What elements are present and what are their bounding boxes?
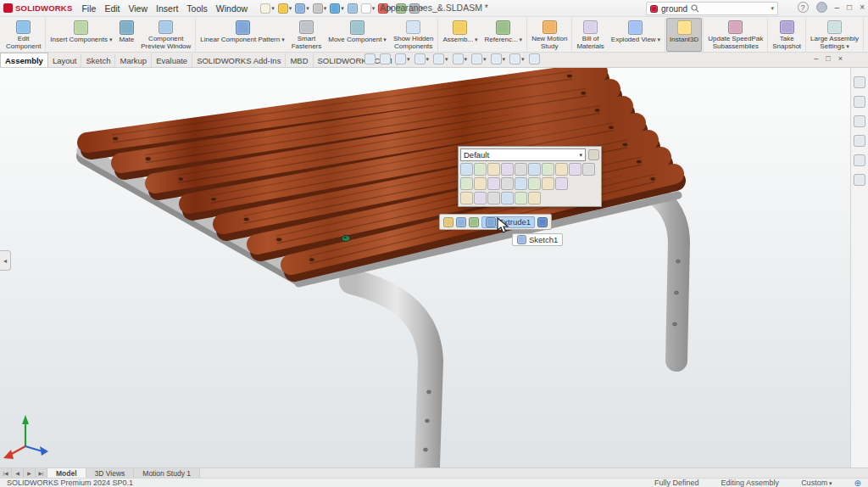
edit-appearance-button[interactable]: ▾ <box>491 53 506 64</box>
properties-icon[interactable] <box>528 192 541 204</box>
search-icon[interactable] <box>691 4 699 13</box>
zoom-fit-button[interactable] <box>364 53 376 64</box>
open-part-icon[interactable] <box>460 163 473 176</box>
file-explorer-icon[interactable] <box>854 115 865 127</box>
pattern-icon[interactable] <box>515 192 527 204</box>
new-motion-study-button[interactable]: New MotionStudy <box>528 18 570 52</box>
solidworks-resources-icon[interactable] <box>854 76 865 88</box>
help-button[interactable]: ? <box>798 2 809 13</box>
save-button[interactable]: ▾ <box>295 3 309 14</box>
isolate-icon[interactable] <box>569 163 581 176</box>
change-transparency-icon[interactable] <box>487 192 500 204</box>
appearances-scenes-icon[interactable] <box>854 154 865 166</box>
comment-bubble-icon[interactable] <box>501 177 514 190</box>
graphics-area[interactable] <box>0 68 868 467</box>
insert-component-icon[interactable] <box>501 163 514 176</box>
fix-icon[interactable] <box>542 163 554 176</box>
appearance-icon[interactable] <box>555 163 568 176</box>
sheet-nav-1[interactable]: ◀ <box>12 468 24 478</box>
mate-button[interactable]: Mate <box>115 18 137 52</box>
menu-view[interactable]: View <box>124 3 152 14</box>
assembly-model[interactable] <box>0 68 868 467</box>
hide-component-icon[interactable] <box>460 177 473 190</box>
suppress-icon[interactable] <box>474 177 487 190</box>
redo-button[interactable] <box>348 3 358 14</box>
take-snapshot-button[interactable]: TakeSnapshot <box>769 18 804 52</box>
search-input[interactable]: ground <box>661 4 687 14</box>
body-icon[interactable] <box>469 217 479 227</box>
measure-icon[interactable] <box>515 163 527 176</box>
insert-components-button[interactable]: Insert Components ▾ <box>47 18 115 52</box>
hide-show-items-button[interactable]: ▾ <box>471 53 487 64</box>
tab-markup[interactable]: Markup <box>115 53 152 67</box>
zoom-area-button[interactable] <box>380 53 391 64</box>
doc-close-button[interactable]: × <box>838 54 843 63</box>
pin-icon[interactable] <box>588 149 599 160</box>
feature-tree-collapse-tab[interactable] <box>0 250 11 271</box>
tab-layout[interactable]: Layout <box>48 53 82 67</box>
edit-part-icon[interactable] <box>474 163 487 176</box>
zoom-to-selection-icon[interactable] <box>460 192 473 204</box>
show-hidden-components-button[interactable]: Show HiddenComponents <box>390 18 437 52</box>
view-orientation-button[interactable]: ▾ <box>433 53 448 64</box>
assembly-features-button[interactable]: Assemb... ▾ <box>439 18 481 52</box>
sheet-nav-2[interactable]: ▶ <box>24 468 36 478</box>
tab-solidworks-add-ins[interactable]: SOLIDWORKS Add-Ins <box>192 53 286 67</box>
edit-sketch-icon[interactable] <box>537 217 548 227</box>
tab-evaluate[interactable]: Evaluate <box>152 53 192 67</box>
component-preview-window-button[interactable]: ComponentPreview Window <box>137 18 194 52</box>
minimize-button[interactable]: – <box>835 3 840 12</box>
menu-file[interactable]: File <box>77 3 100 14</box>
bottom-tab-motion-study-1[interactable]: Motion Study 1 <box>134 468 200 478</box>
edit-component-button[interactable]: EditComponent <box>3 18 44 52</box>
normal-to-icon[interactable] <box>542 177 554 190</box>
view-settings-button[interactable]: ▾ <box>509 53 525 64</box>
linear-component-pattern-button[interactable]: Linear Component Pattern ▾ <box>197 18 287 52</box>
search-box[interactable]: ground <box>646 2 778 15</box>
tab-mbd[interactable]: MBD <box>286 53 313 67</box>
status-custom[interactable]: Custom ▾ <box>801 479 832 487</box>
assembly-icon[interactable] <box>443 217 453 227</box>
part-icon[interactable] <box>456 217 466 227</box>
comment-button[interactable] <box>529 53 540 64</box>
view-palette-icon[interactable] <box>854 135 865 147</box>
instant3d-button[interactable]: Instant3D <box>666 18 702 52</box>
bottom-tab-model[interactable]: Model <box>47 468 86 478</box>
select-button[interactable]: ▾ <box>361 3 376 14</box>
tab-sketch[interactable]: Sketch <box>81 53 115 67</box>
user-avatar-icon[interactable] <box>816 2 827 13</box>
move-component-button[interactable]: Move Component ▾ <box>325 18 390 52</box>
material-icon[interactable] <box>515 177 527 190</box>
bill-of-materials-button[interactable]: Bill ofMaterials <box>573 18 607 52</box>
sketch-callout[interactable]: Sketch1 <box>512 233 563 246</box>
update-speedpak-button[interactable]: Update SpeedPakSubassemblies <box>704 18 766 52</box>
undo-button[interactable]: ▾ <box>330 3 344 14</box>
menu-insert[interactable]: Insert <box>152 3 182 14</box>
section-view-button[interactable]: ▾ <box>415 53 430 64</box>
previous-view-button[interactable]: ▾ <box>395 53 410 64</box>
open-file-button[interactable]: ▾ <box>278 3 292 14</box>
smart-dimension-icon[interactable] <box>528 163 541 176</box>
reference-geometry-button[interactable]: Referenc... ▾ <box>481 18 526 52</box>
doc-restore-button[interactable]: □ <box>826 54 830 63</box>
bottom-tab-3d-views[interactable]: 3D Views <box>86 468 135 478</box>
custom-properties-icon[interactable] <box>854 174 865 186</box>
delete-icon[interactable] <box>474 192 487 204</box>
maximize-button[interactable]: □ <box>847 3 852 12</box>
new-file-button[interactable]: ▾ <box>260 3 275 14</box>
section-context-icon[interactable] <box>528 177 541 190</box>
sheet-nav-0[interactable]: |◀ <box>0 468 12 478</box>
more-commands-icon[interactable] <box>582 163 595 176</box>
globe-icon[interactable] <box>854 479 861 487</box>
sheet-nav-3[interactable]: ▶| <box>36 468 47 478</box>
display-style-button[interactable]: ▾ <box>453 53 468 64</box>
configure-icon[interactable] <box>487 177 500 190</box>
mate-context-icon[interactable] <box>487 163 500 176</box>
menu-window[interactable]: Window <box>212 3 252 14</box>
exploded-view-button[interactable]: Exploded View ▾ <box>608 18 664 52</box>
menu-tools[interactable]: Tools <box>182 3 212 14</box>
smart-fasteners-button[interactable]: SmartFasteners <box>288 18 326 52</box>
print-button[interactable]: ▾ <box>313 3 327 14</box>
large-assembly-settings-button[interactable]: Large AssemblySettings ▾ <box>807 18 862 52</box>
copy-icon[interactable] <box>555 177 568 190</box>
